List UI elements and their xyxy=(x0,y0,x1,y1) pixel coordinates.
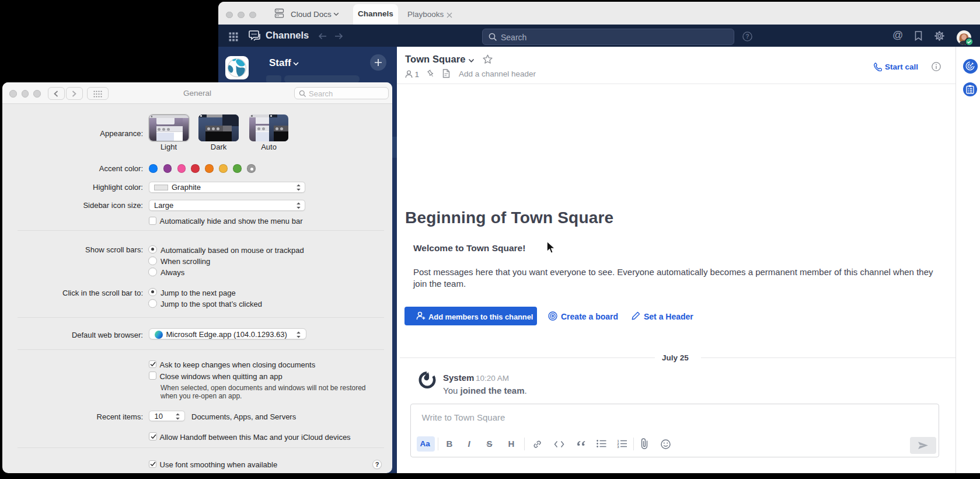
svg-text:3: 3 xyxy=(617,445,619,449)
svg-text:?: ? xyxy=(745,33,749,40)
